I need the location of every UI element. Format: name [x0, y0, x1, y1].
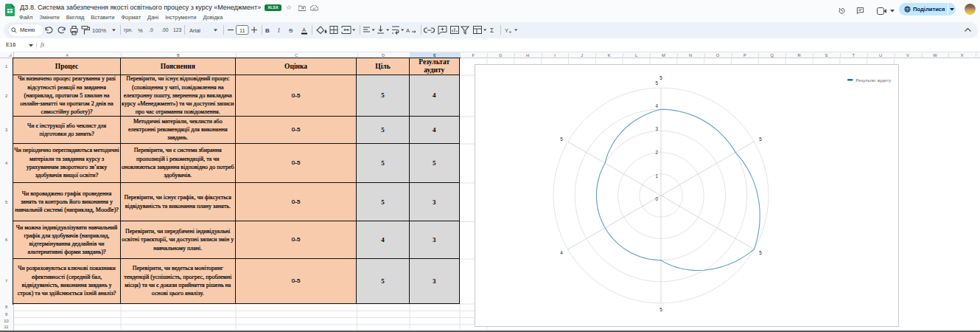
svg-text:2: 2: [655, 150, 658, 155]
svg-text:4: 4: [560, 250, 563, 255]
svg-text:5: 5: [560, 136, 563, 142]
svg-text:4: 4: [655, 103, 658, 108]
svg-text:5: 5: [655, 80, 658, 86]
svg-text:Результат аудиту: Результат аудиту: [856, 78, 892, 83]
svg-text:3: 3: [655, 126, 658, 131]
svg-text:5: 5: [659, 75, 662, 80]
svg-text:1: 1: [655, 173, 658, 179]
svg-text:0: 0: [655, 196, 658, 201]
svg-text:5: 5: [759, 250, 762, 255]
svg-text:5: 5: [759, 136, 762, 142]
svg-text:5: 5: [659, 307, 662, 312]
